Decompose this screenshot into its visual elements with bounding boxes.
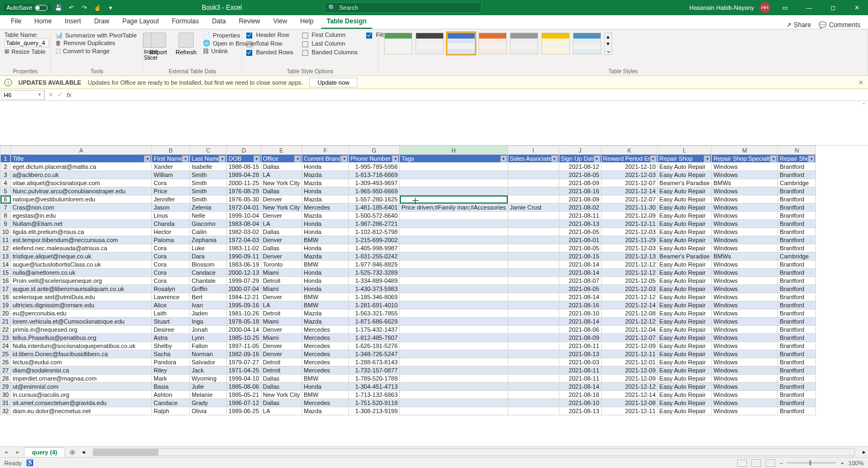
cell[interactable]: Windows: [712, 293, 778, 301]
tab-review[interactable]: Review: [233, 15, 265, 29]
table-header-cell[interactable]: DOB▾: [227, 155, 261, 163]
cell[interactable]: [508, 358, 559, 366]
cell[interactable]: Windows: [712, 171, 778, 179]
column-header[interactable]: D: [227, 146, 261, 155]
cell[interactable]: diam@sodalesnisi.ca: [11, 366, 152, 375]
cell[interactable]: 1979-07-27: [227, 358, 261, 366]
cell[interactable]: 1-481-185-6401: [349, 204, 400, 212]
cell[interactable]: 1-977-946-8825: [349, 261, 400, 269]
cell[interactable]: in.cursus@iaculis.org: [11, 391, 152, 399]
horizontal-scrollbar[interactable]: ◂▸: [80, 448, 868, 456]
cell[interactable]: [508, 350, 559, 358]
cell[interactable]: 2000-07-04: [227, 285, 261, 293]
cell[interactable]: Lynn: [190, 334, 227, 342]
cell[interactable]: 1-713-132-6863: [349, 391, 400, 399]
cell[interactable]: 2021-08-10: [559, 309, 601, 318]
collapse-formula-icon[interactable]: ⌃: [861, 102, 866, 108]
cell[interactable]: 1-987-286-2721: [349, 220, 400, 228]
cell[interactable]: Smith: [190, 195, 227, 204]
table-header-cell[interactable]: Reward Period End▾: [601, 155, 658, 163]
cell[interactable]: 2021-08-14: [559, 318, 601, 326]
cell[interactable]: [508, 309, 559, 318]
table-header-cell[interactable]: Phone Number▾: [349, 155, 400, 163]
cell[interactable]: Easy Auto Repair: [658, 171, 712, 179]
cell[interactable]: 2021-08-13: [559, 220, 601, 228]
cell[interactable]: Pandora: [152, 358, 190, 366]
cell[interactable]: 1-309-493-9697: [349, 179, 400, 187]
cell[interactable]: 1995-09-16: [227, 301, 261, 309]
cell[interactable]: 1978-05-18: [227, 318, 261, 326]
save-icon[interactable]: 💾: [53, 2, 64, 13]
cell[interactable]: BMWs: [712, 179, 778, 187]
cell[interactable]: [508, 252, 559, 261]
cell[interactable]: Cora: [152, 179, 190, 187]
row-header[interactable]: 21: [1, 318, 11, 326]
cell[interactable]: Jaden: [190, 309, 227, 318]
cell[interactable]: 2021-08-05: [559, 171, 601, 179]
cell[interactable]: Brantford: [778, 366, 816, 375]
column-header[interactable]: L: [658, 146, 712, 155]
tab-table-design[interactable]: Table Design: [321, 15, 372, 29]
cell[interactable]: 2021-12-11: [601, 220, 658, 228]
table-header-cell[interactable]: Tags▾: [400, 155, 508, 163]
cell[interactable]: eu@perconubia.edu: [11, 309, 152, 318]
cell[interactable]: 1-557-280-1625: [349, 195, 400, 204]
table-styles-gallery[interactable]: ▴▾⌄: [383, 31, 613, 56]
column-header[interactable]: H: [400, 146, 508, 155]
cell[interactable]: Ashton: [152, 391, 190, 399]
row-header[interactable]: 31: [1, 399, 11, 407]
cell[interactable]: New York City: [261, 179, 302, 187]
cell[interactable]: Griffin: [190, 285, 227, 293]
cell[interactable]: Brantford: [778, 342, 816, 350]
cell[interactable]: [400, 171, 508, 179]
cell[interactable]: 1-215-699-2002: [349, 236, 400, 244]
cell[interactable]: 1-308-213-9199: [349, 407, 400, 415]
cell[interactable]: [508, 399, 559, 407]
update-now-button[interactable]: Update now: [309, 78, 358, 87]
page-layout-view-icon[interactable]: [751, 459, 761, 467]
accept-formula-icon[interactable]: ✓: [58, 91, 62, 98]
cell[interactable]: Brantford: [778, 391, 816, 399]
cell[interactable]: Honda: [302, 277, 349, 285]
cell[interactable]: 1971-04-25: [227, 366, 261, 375]
cell[interactable]: Cora: [152, 277, 190, 285]
filter-dropdown-icon[interactable]: ▾: [650, 155, 657, 162]
cell[interactable]: Windows: [712, 309, 778, 318]
filter-dropdown-icon[interactable]: ▾: [294, 155, 301, 162]
table-header-cell[interactable]: Sign Up Date▾: [559, 155, 601, 163]
cell[interactable]: [508, 269, 559, 277]
table-header-cell[interactable]: Last Name▾: [190, 155, 227, 163]
cell[interactable]: Brantford: [778, 261, 816, 269]
cell[interactable]: 2021-12-11: [601, 350, 658, 358]
cell[interactable]: Mercedes: [302, 326, 349, 334]
row-header[interactable]: 30: [1, 391, 11, 399]
cell[interactable]: Windows: [712, 366, 778, 375]
filter-dropdown-icon[interactable]: ▾: [219, 155, 226, 162]
cell[interactable]: Dallas: [261, 187, 302, 195]
cell[interactable]: Denver: [261, 293, 302, 301]
cell[interactable]: Dallas: [261, 244, 302, 252]
cell[interactable]: 2021-12-12: [601, 383, 658, 391]
cell[interactable]: Cambridge: [778, 252, 816, 261]
cell[interactable]: Proin.velit@scelerisqueneque.org: [11, 277, 152, 285]
cell[interactable]: Miami: [261, 285, 302, 293]
cell[interactable]: 2021-12-09: [601, 212, 658, 220]
cell[interactable]: Paloma: [152, 236, 190, 244]
cell[interactable]: Ivan: [190, 301, 227, 309]
cell[interactable]: LA: [261, 301, 302, 309]
convert-to-range-button[interactable]: ⬚ Convert to Range: [55, 47, 137, 54]
cell[interactable]: Honda: [302, 163, 349, 171]
cell[interactable]: [400, 391, 508, 399]
cell[interactable]: Laith: [152, 309, 190, 318]
row-header[interactable]: 8: [1, 212, 11, 220]
cell[interactable]: Detroit: [261, 277, 302, 285]
cell[interactable]: 1-281-691-4010: [349, 301, 400, 309]
cell[interactable]: 1-626-191-5276: [349, 342, 400, 350]
cell[interactable]: ut@enimnisl.com: [11, 383, 152, 391]
cell[interactable]: [400, 309, 508, 318]
style-thumb[interactable]: [416, 33, 444, 54]
cell[interactable]: Brantford: [778, 269, 816, 277]
cell[interactable]: 2000-12-13: [227, 269, 261, 277]
cell[interactable]: Honda: [302, 285, 349, 293]
cell[interactable]: eleifend.nec.malesuada@atrisus.ca: [11, 244, 152, 252]
